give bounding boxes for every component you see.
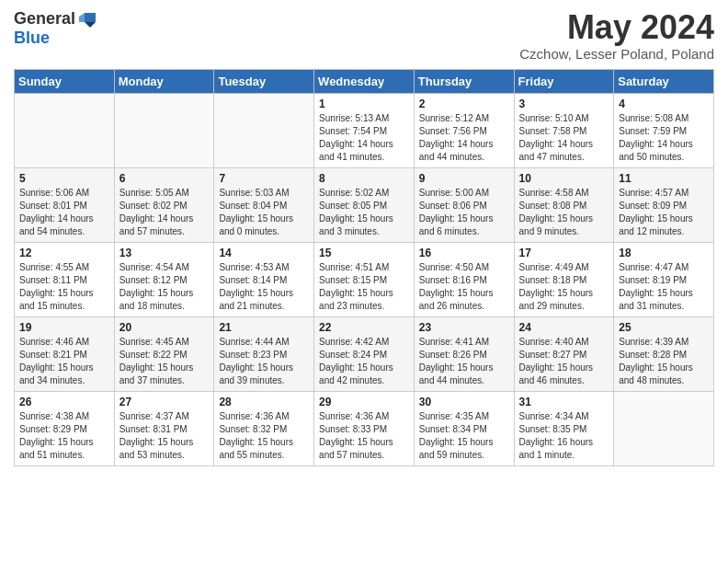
calendar-day-11: 11Sunrise: 4:57 AMSunset: 8:09 PMDayligh…: [614, 167, 714, 242]
logo-general-text: General: [14, 10, 75, 29]
day-info: Sunrise: 4:39 AMSunset: 8:28 PMDaylight:…: [619, 337, 693, 385]
svg-marker-2: [79, 13, 85, 22]
day-number: 18: [619, 247, 709, 259]
day-number: 26: [19, 396, 109, 408]
logo-icon: [77, 9, 97, 29]
day-info: Sunrise: 5:00 AMSunset: 8:06 PMDaylight:…: [419, 188, 494, 236]
day-number: 9: [419, 172, 509, 185]
day-info: Sunrise: 4:37 AMSunset: 8:31 PMDaylight:…: [119, 411, 194, 460]
day-number: 12: [19, 247, 109, 259]
day-info: Sunrise: 4:41 AMSunset: 8:26 PMDaylight:…: [419, 337, 494, 385]
day-info: Sunrise: 4:42 AMSunset: 8:24 PMDaylight:…: [319, 337, 393, 385]
calendar-week-row: 5Sunrise: 5:06 AMSunset: 8:01 PMDaylight…: [15, 167, 714, 242]
calendar-day-4: 4Sunrise: 5:08 AMSunset: 7:59 PMDaylight…: [614, 93, 714, 167]
day-info: Sunrise: 4:35 AMSunset: 8:34 PMDaylight:…: [419, 411, 494, 460]
day-number: 23: [419, 321, 509, 334]
calendar-day-1: 1Sunrise: 5:13 AMSunset: 7:54 PMDaylight…: [314, 93, 415, 167]
weekday-header-monday: Monday: [114, 69, 214, 93]
calendar-day-9: 9Sunrise: 5:00 AMSunset: 8:06 PMDaylight…: [414, 167, 514, 242]
day-number: 25: [619, 321, 709, 334]
day-number: 1: [319, 98, 409, 110]
calendar-week-row: 19Sunrise: 4:46 AMSunset: 8:21 PMDayligh…: [15, 316, 714, 391]
calendar-empty-cell: [15, 93, 115, 167]
calendar-day-25: 25Sunrise: 4:39 AMSunset: 8:28 PMDayligh…: [614, 316, 714, 391]
calendar-day-3: 3Sunrise: 5:10 AMSunset: 7:58 PMDaylight…: [514, 93, 614, 167]
day-number: 19: [19, 321, 109, 334]
weekday-header-tuesday: Tuesday: [214, 69, 314, 93]
weekday-header-friday: Friday: [514, 69, 614, 93]
calendar-location: Czchow, Lesser Poland, Poland: [519, 46, 714, 62]
day-number: 17: [519, 247, 609, 259]
day-number: 20: [119, 321, 210, 334]
calendar-empty-cell: [114, 93, 214, 167]
title-block: May 2024 Czchow, Lesser Poland, Poland: [519, 9, 714, 62]
day-info: Sunrise: 4:49 AMSunset: 8:18 PMDaylight:…: [519, 262, 594, 311]
calendar-week-row: 1Sunrise: 5:13 AMSunset: 7:54 PMDaylight…: [15, 93, 714, 167]
calendar-day-12: 12Sunrise: 4:55 AMSunset: 8:11 PMDayligh…: [15, 242, 115, 316]
day-info: Sunrise: 5:03 AMSunset: 8:04 PMDaylight:…: [219, 188, 293, 236]
calendar-title: May 2024: [519, 9, 714, 46]
calendar-day-28: 28Sunrise: 4:36 AMSunset: 8:32 PMDayligh…: [214, 391, 314, 465]
day-info: Sunrise: 4:58 AMSunset: 8:08 PMDaylight:…: [519, 188, 594, 236]
day-info: Sunrise: 4:53 AMSunset: 8:14 PMDaylight:…: [219, 262, 293, 311]
day-info: Sunrise: 4:46 AMSunset: 8:21 PMDaylight:…: [19, 337, 94, 385]
day-number: 14: [219, 247, 309, 259]
calendar-day-8: 8Sunrise: 5:02 AMSunset: 8:05 PMDaylight…: [314, 167, 415, 242]
day-info: Sunrise: 4:34 AMSunset: 8:35 PMDaylight:…: [519, 411, 594, 460]
calendar-day-10: 10Sunrise: 4:58 AMSunset: 8:08 PMDayligh…: [514, 167, 614, 242]
calendar-day-26: 26Sunrise: 4:38 AMSunset: 8:29 PMDayligh…: [15, 391, 115, 465]
day-info: Sunrise: 5:05 AMSunset: 8:02 PMDaylight:…: [119, 188, 194, 236]
calendar-day-31: 31Sunrise: 4:34 AMSunset: 8:35 PMDayligh…: [514, 391, 614, 465]
day-info: Sunrise: 4:36 AMSunset: 8:32 PMDaylight:…: [219, 411, 293, 460]
day-number: 10: [519, 172, 609, 185]
day-info: Sunrise: 4:47 AMSunset: 8:19 PMDaylight:…: [619, 262, 693, 311]
calendar-week-row: 26Sunrise: 4:38 AMSunset: 8:29 PMDayligh…: [15, 391, 714, 465]
calendar-day-15: 15Sunrise: 4:51 AMSunset: 8:15 PMDayligh…: [314, 242, 415, 316]
calendar-week-row: 12Sunrise: 4:55 AMSunset: 8:11 PMDayligh…: [15, 242, 714, 316]
calendar-day-21: 21Sunrise: 4:44 AMSunset: 8:23 PMDayligh…: [214, 316, 314, 391]
calendar-day-23: 23Sunrise: 4:41 AMSunset: 8:26 PMDayligh…: [414, 316, 514, 391]
logo: General Blue: [14, 9, 97, 48]
day-info: Sunrise: 4:36 AMSunset: 8:33 PMDaylight:…: [319, 411, 393, 460]
calendar-day-6: 6Sunrise: 5:05 AMSunset: 8:02 PMDaylight…: [114, 167, 214, 242]
day-info: Sunrise: 5:08 AMSunset: 7:59 PMDaylight:…: [619, 113, 693, 162]
day-info: Sunrise: 4:45 AMSunset: 8:22 PMDaylight:…: [119, 337, 194, 385]
day-info: Sunrise: 5:02 AMSunset: 8:05 PMDaylight:…: [319, 188, 393, 236]
day-info: Sunrise: 5:10 AMSunset: 7:58 PMDaylight:…: [519, 113, 594, 162]
page-header: General Blue May 2024 Czchow, Lesser Pol…: [14, 9, 714, 62]
day-number: 21: [219, 321, 309, 334]
calendar-day-22: 22Sunrise: 4:42 AMSunset: 8:24 PMDayligh…: [314, 316, 415, 391]
weekday-header-wednesday: Wednesday: [314, 69, 415, 93]
calendar-day-13: 13Sunrise: 4:54 AMSunset: 8:12 PMDayligh…: [114, 242, 214, 316]
calendar-day-7: 7Sunrise: 5:03 AMSunset: 8:04 PMDaylight…: [214, 167, 314, 242]
day-info: Sunrise: 4:54 AMSunset: 8:12 PMDaylight:…: [119, 262, 194, 311]
day-info: Sunrise: 4:38 AMSunset: 8:29 PMDaylight:…: [19, 411, 94, 460]
day-number: 7: [219, 172, 309, 185]
day-number: 2: [419, 98, 509, 110]
weekday-header-thursday: Thursday: [414, 69, 514, 93]
day-number: 29: [319, 396, 409, 408]
calendar-day-2: 2Sunrise: 5:12 AMSunset: 7:56 PMDaylight…: [414, 93, 514, 167]
day-number: 30: [419, 396, 509, 408]
svg-marker-1: [85, 22, 96, 28]
day-number: 31: [519, 396, 609, 408]
day-info: Sunrise: 4:51 AMSunset: 8:15 PMDaylight:…: [319, 262, 393, 311]
calendar-day-24: 24Sunrise: 4:40 AMSunset: 8:27 PMDayligh…: [514, 316, 614, 391]
day-number: 27: [119, 396, 210, 408]
day-number: 11: [619, 172, 709, 185]
day-info: Sunrise: 4:44 AMSunset: 8:23 PMDaylight:…: [219, 337, 293, 385]
weekday-header-row: SundayMondayTuesdayWednesdayThursdayFrid…: [15, 69, 714, 93]
day-number: 6: [119, 172, 210, 185]
day-info: Sunrise: 4:40 AMSunset: 8:27 PMDaylight:…: [519, 337, 594, 385]
calendar-day-14: 14Sunrise: 4:53 AMSunset: 8:14 PMDayligh…: [214, 242, 314, 316]
calendar-day-19: 19Sunrise: 4:46 AMSunset: 8:21 PMDayligh…: [15, 316, 115, 391]
calendar-day-5: 5Sunrise: 5:06 AMSunset: 8:01 PMDaylight…: [15, 167, 115, 242]
day-number: 4: [619, 98, 709, 110]
weekday-header-saturday: Saturday: [614, 69, 714, 93]
day-number: 5: [19, 172, 109, 185]
day-info: Sunrise: 5:12 AMSunset: 7:56 PMDaylight:…: [419, 113, 494, 162]
day-info: Sunrise: 5:06 AMSunset: 8:01 PMDaylight:…: [19, 188, 94, 236]
day-number: 3: [519, 98, 609, 110]
calendar-day-29: 29Sunrise: 4:36 AMSunset: 8:33 PMDayligh…: [314, 391, 415, 465]
day-info: Sunrise: 4:55 AMSunset: 8:11 PMDaylight:…: [19, 262, 94, 311]
